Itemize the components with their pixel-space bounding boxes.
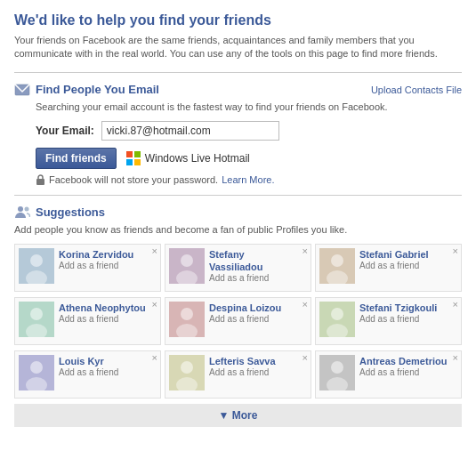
suggestion-info: Athena NeophytouAdd as a friend xyxy=(59,302,148,324)
suggestion-close-button[interactable]: × xyxy=(303,300,308,310)
suggestion-name[interactable]: Korina Zervidou xyxy=(59,248,148,261)
email-section-icon xyxy=(14,82,30,98)
suggestion-avatar xyxy=(169,355,205,390)
suggestion-close-button[interactable]: × xyxy=(303,353,308,363)
suggestions-header: Suggestions xyxy=(14,205,462,221)
suggestion-close-button[interactable]: × xyxy=(152,300,157,310)
suggestion-avatar xyxy=(319,248,355,284)
suggestion-avatar xyxy=(169,302,205,337)
learn-more-link[interactable]: Learn More. xyxy=(222,174,274,185)
suggestion-close-button[interactable]: × xyxy=(303,246,308,256)
suggestion-name[interactable]: Antreas Demetriou xyxy=(359,355,448,367)
suggestion-add-link[interactable]: Add as a friend xyxy=(359,367,448,377)
suggestions-grid: Korina ZervidouAdd as a friend×Stefany V… xyxy=(14,244,462,399)
divider-2 xyxy=(14,195,462,196)
page-title: We'd like to help you find your friends xyxy=(14,12,462,28)
upload-contacts-link[interactable]: Upload Contacts File xyxy=(371,85,462,95)
suggestion-name[interactable]: Athena Neophytou xyxy=(59,302,148,314)
svg-rect-3 xyxy=(126,159,133,165)
suggestion-name[interactable]: Lefteris Savva xyxy=(209,355,298,367)
suggestion-info: Antreas DemetriouAdd as a friend xyxy=(359,355,448,377)
svg-point-21 xyxy=(181,308,193,320)
suggestion-avatar xyxy=(19,355,54,390)
svg-point-18 xyxy=(30,308,43,320)
more-row[interactable]: ▼ More xyxy=(14,404,462,427)
suggestion-add-link[interactable]: Add as a friend xyxy=(59,261,148,270)
suggestion-card: Athena NeophytouAdd as a friend× xyxy=(14,297,161,345)
suggestion-avatar xyxy=(319,355,355,390)
find-btn-row: Find friends Windows Live Hotmail xyxy=(36,148,462,169)
suggestions-subtitle: Add people you know as friends and becom… xyxy=(14,224,462,235)
suggestion-info: Despina LoizouAdd as a friend xyxy=(209,302,298,324)
svg-rect-5 xyxy=(36,179,44,185)
suggestion-info: Lefteris SavvaAdd as a friend xyxy=(209,355,298,377)
suggestions-title: Suggestions xyxy=(36,205,105,219)
suggestion-add-link[interactable]: Add as a friend xyxy=(209,314,298,324)
svg-point-30 xyxy=(181,361,193,374)
password-note: Facebook will not store your password. L… xyxy=(36,174,462,186)
suggestion-add-link[interactable]: Add as a friend xyxy=(209,273,298,283)
password-note-text: Facebook will not store your password. xyxy=(49,174,218,185)
suggestion-card: Antreas DemetriouAdd as a friend× xyxy=(315,350,462,399)
suggestion-close-button[interactable]: × xyxy=(152,353,157,363)
page-description: Your friends on Facebook are the same fr… xyxy=(14,34,462,61)
email-row: Your Email: xyxy=(36,121,462,141)
svg-rect-2 xyxy=(134,151,141,157)
suggestion-avatar xyxy=(319,302,355,337)
svg-rect-4 xyxy=(134,159,141,165)
suggestion-add-link[interactable]: Add as a friend xyxy=(59,367,148,377)
suggestion-name[interactable]: Stefani Tzigkouli xyxy=(359,302,448,314)
divider-1 xyxy=(14,72,462,73)
suggestion-info: Stefany VassiliadouAdd as a friend xyxy=(209,248,298,284)
suggestion-card: Lefteris SavvaAdd as a friend× xyxy=(165,350,311,399)
suggestion-add-link[interactable]: Add as a friend xyxy=(359,314,448,324)
more-label: ▼ More xyxy=(219,409,258,422)
suggestion-card: Stefani TzigkouliAdd as a friend× xyxy=(315,297,462,345)
svg-point-6 xyxy=(18,206,23,212)
suggestion-card: Stefani GabrielAdd as a friend× xyxy=(315,244,462,292)
find-email-header: Find People You Email Upload Contacts Fi… xyxy=(14,82,462,98)
svg-point-24 xyxy=(331,308,343,320)
suggestion-add-link[interactable]: Add as a friend xyxy=(359,261,448,270)
find-email-section: Find People You Email Upload Contacts Fi… xyxy=(14,82,462,186)
suggestion-name[interactable]: Stefani Gabriel xyxy=(359,248,448,261)
email-input[interactable] xyxy=(101,121,279,141)
suggestion-name[interactable]: Stefany Vassiliadou xyxy=(209,248,298,274)
svg-point-12 xyxy=(181,254,193,267)
suggestion-close-button[interactable]: × xyxy=(453,300,458,310)
suggestion-info: Korina ZervidouAdd as a friend xyxy=(59,248,148,270)
svg-point-7 xyxy=(25,206,29,211)
suggestions-section: Suggestions Add people you know as frien… xyxy=(14,205,462,427)
suggestion-name[interactable]: Despina Loizou xyxy=(209,302,298,314)
suggestion-name[interactable]: Louis Kyr xyxy=(59,355,148,367)
suggestion-close-button[interactable]: × xyxy=(453,353,458,363)
svg-point-15 xyxy=(331,254,343,267)
svg-point-9 xyxy=(30,254,43,267)
suggestion-close-button[interactable]: × xyxy=(152,246,157,256)
suggestion-add-link[interactable]: Add as a friend xyxy=(59,314,148,324)
svg-rect-1 xyxy=(126,151,133,157)
suggestion-card: Stefany VassiliadouAdd as a friend× xyxy=(165,244,311,292)
suggestion-avatar xyxy=(169,248,205,284)
suggestion-card: Despina LoizouAdd as a friend× xyxy=(165,297,311,345)
find-email-title-wrap: Find People You Email xyxy=(14,82,159,98)
suggestion-close-button[interactable]: × xyxy=(453,246,458,256)
suggestion-avatar xyxy=(19,302,54,337)
email-label: Your Email: xyxy=(36,125,94,137)
suggestion-card: Korina ZervidouAdd as a friend× xyxy=(14,244,161,292)
lock-icon xyxy=(36,174,45,186)
windows-live-text: Windows Live Hotmail xyxy=(145,152,250,165)
suggestions-section-icon xyxy=(14,205,30,221)
suggestion-add-link[interactable]: Add as a friend xyxy=(209,367,298,377)
find-email-subtitle: Searching your email account is the fast… xyxy=(36,101,462,112)
windows-live-icon xyxy=(125,150,141,166)
find-friends-button[interactable]: Find friends xyxy=(36,148,117,169)
page-container: We'd like to help you find your friends … xyxy=(0,0,476,439)
suggestion-info: Stefani TzigkouliAdd as a friend xyxy=(359,302,448,324)
svg-point-27 xyxy=(30,361,43,374)
windows-live-option: Windows Live Hotmail xyxy=(125,150,250,166)
suggestion-info: Stefani GabrielAdd as a friend xyxy=(359,248,448,270)
suggestion-card: Louis KyrAdd as a friend× xyxy=(14,350,161,399)
find-email-title: Find People You Email xyxy=(36,83,159,96)
suggestion-avatar xyxy=(19,248,54,284)
